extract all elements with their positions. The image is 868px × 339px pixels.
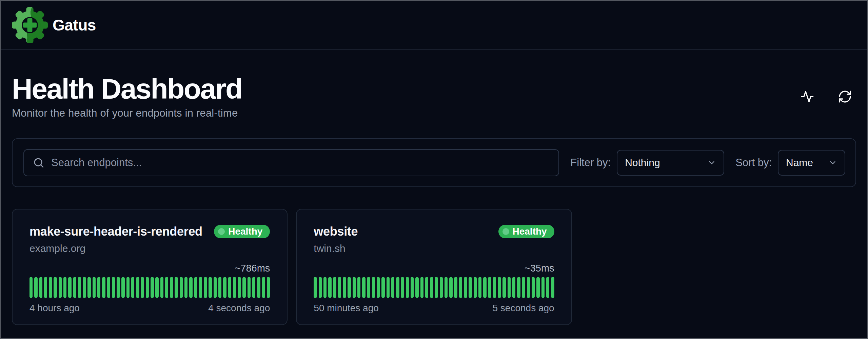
health-bar[interactable] [338,277,341,298]
health-bar[interactable] [508,277,511,298]
health-bar[interactable] [194,277,197,298]
health-bar[interactable] [223,277,226,298]
health-bar[interactable] [29,277,33,298]
health-bar[interactable] [454,277,457,298]
health-bar[interactable] [218,277,221,298]
health-bar[interactable] [214,277,217,298]
health-bar[interactable] [498,277,501,298]
health-bar[interactable] [377,277,380,298]
health-bar[interactable] [68,277,71,298]
health-bar[interactable] [252,277,255,298]
health-bar[interactable] [151,277,154,298]
health-bar[interactable] [440,277,443,298]
health-bar[interactable] [112,277,115,298]
health-bar[interactable] [372,277,375,298]
health-bar[interactable] [527,277,530,298]
health-bar[interactable] [141,277,144,298]
health-bar[interactable] [199,277,202,298]
health-bar[interactable] [54,277,57,298]
health-bar[interactable] [189,277,192,298]
health-bar[interactable] [267,277,270,298]
health-bar[interactable] [435,277,438,298]
health-bar[interactable] [348,277,351,298]
health-bar[interactable] [238,277,241,298]
health-bar[interactable] [257,277,260,298]
health-bar[interactable] [367,277,370,298]
health-bar[interactable] [126,277,130,298]
health-bar[interactable] [131,277,134,298]
health-bar[interactable] [387,277,390,298]
health-bar[interactable] [411,277,414,298]
health-bar[interactable] [97,277,100,298]
health-bar[interactable] [381,277,384,298]
health-bar[interactable] [522,277,525,298]
health-bar[interactable] [63,277,66,298]
health-bar[interactable] [78,277,81,298]
health-bar[interactable] [165,277,168,298]
health-bar[interactable] [49,277,52,298]
filter-select[interactable]: Nothing [617,150,724,176]
health-bar[interactable] [343,277,346,298]
search-input[interactable] [51,157,550,169]
health-bar[interactable] [420,277,423,298]
health-bar[interactable] [184,277,188,298]
health-bar[interactable] [449,277,452,298]
health-bar[interactable] [160,277,163,298]
health-bar[interactable] [464,277,467,298]
health-bar[interactable] [180,277,183,298]
health-bar[interactable] [323,277,327,298]
health-bar[interactable] [102,277,105,298]
health-bar[interactable] [541,277,545,298]
health-bar[interactable] [406,277,409,298]
health-bar[interactable] [445,277,448,298]
health-bar[interactable] [362,277,365,298]
health-bar[interactable] [155,277,158,298]
health-bar[interactable] [242,277,245,298]
health-bar[interactable] [536,277,539,298]
health-bar[interactable] [391,277,394,298]
health-bar[interactable] [415,277,418,298]
health-bar[interactable] [546,277,549,298]
health-bar[interactable] [136,277,139,298]
health-bar[interactable] [512,277,515,298]
health-bar[interactable] [357,277,360,298]
health-bar[interactable] [170,277,173,298]
health-bar[interactable] [319,277,322,298]
health-bar[interactable] [488,277,491,298]
health-bar[interactable] [532,277,535,298]
health-bar[interactable] [204,277,207,298]
health-bar[interactable] [107,277,110,298]
health-bar[interactable] [469,277,472,298]
health-bar[interactable] [353,277,356,298]
health-bar[interactable] [83,277,86,298]
health-bar[interactable] [478,277,481,298]
refresh-icon[interactable] [838,89,852,104]
health-bar[interactable] [425,277,428,298]
health-bar[interactable] [39,277,42,298]
health-bar[interactable] [44,277,47,298]
health-bar[interactable] [493,277,496,298]
health-bar[interactable] [502,277,506,298]
health-bar[interactable] [333,277,336,298]
health-bar[interactable] [314,277,317,298]
health-bar[interactable] [459,277,462,298]
health-bar[interactable] [401,277,404,298]
health-bar[interactable] [474,277,477,298]
health-bar[interactable] [328,277,331,298]
health-bar[interactable] [228,277,231,298]
health-bar[interactable] [87,277,91,298]
health-bar[interactable] [430,277,433,298]
health-bar[interactable] [209,277,212,298]
health-bar[interactable] [175,277,178,298]
health-bar[interactable] [34,277,37,298]
health-bar[interactable] [121,277,124,298]
health-bar[interactable] [551,277,554,298]
health-bar[interactable] [117,277,120,298]
health-bar[interactable] [483,277,486,298]
health-bar[interactable] [146,277,149,298]
health-bar[interactable] [59,277,62,298]
health-bar[interactable] [248,277,251,298]
health-bar[interactable] [517,277,520,298]
health-bar[interactable] [73,277,76,298]
endpoint-card[interactable]: make-sure-header-is-rendered Healthy exa… [12,209,288,325]
